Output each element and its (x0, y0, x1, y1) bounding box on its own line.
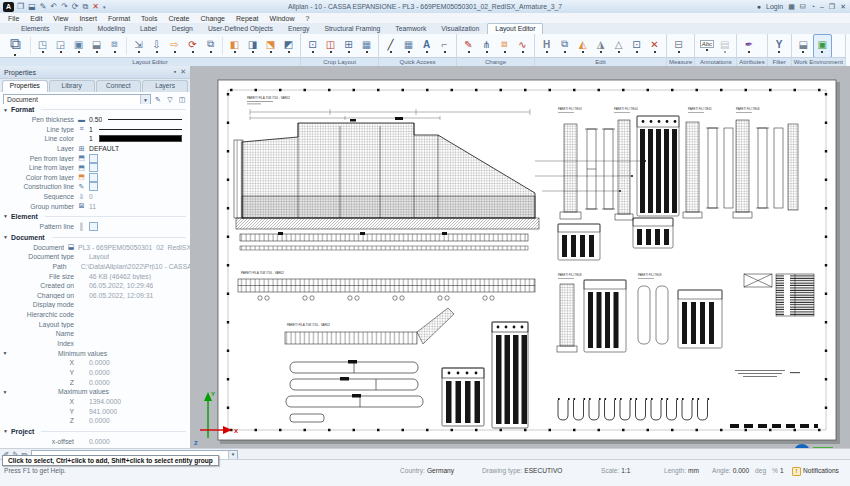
tab-visualization[interactable]: Visualization (434, 24, 486, 34)
collapse-icon[interactable]: ▼ (0, 350, 10, 356)
tab-energy[interactable]: Energy (281, 24, 317, 34)
panel-tab-library[interactable]: Library (49, 80, 95, 92)
rotate-icon[interactable]: ◮ (592, 35, 609, 57)
crop-section-icon[interactable]: ◫ (322, 35, 339, 57)
pen-thickness-value[interactable]: 0.50 (89, 116, 102, 123)
dimension-line-icon[interactable]: ⌐ (436, 35, 453, 57)
refresh-icon[interactable]: ⟳ (72, 2, 79, 12)
match-window-icon[interactable]: ◫ (177, 95, 187, 105)
section-element[interactable]: ▼Element (0, 211, 190, 222)
save-icon[interactable]: ⬓ (28, 2, 36, 12)
collapse-icon[interactable]: ▼ (0, 389, 10, 395)
copy-layout-icon[interactable]: ⧉ (202, 35, 219, 57)
pin-icon[interactable]: ▪ (174, 68, 176, 76)
angle-field[interactable]: Angle:0.000 deg (712, 467, 768, 474)
tab-teamwork[interactable]: Teamwork (388, 24, 433, 34)
pattern-line-checkbox[interactable] (89, 222, 98, 231)
menu-help[interactable]: ? (305, 15, 309, 22)
edit-pen-icon[interactable]: ✎ (460, 35, 477, 57)
hatching-icon[interactable]: ▦ (400, 35, 417, 57)
app-menu-button[interactable]: A (3, 2, 14, 12)
section-project[interactable]: ▼Project (0, 426, 190, 437)
zoom-field[interactable]: %1 (772, 467, 784, 474)
apps-icon[interactable]: ▦ (788, 3, 795, 11)
panel-tab-connect[interactable]: Connect (96, 80, 142, 92)
history-icon[interactable]: ◔ (811, 3, 815, 10)
export-layout-icon[interactable]: ⧈ (106, 35, 123, 57)
redo-icon[interactable]: ↷ (61, 2, 68, 12)
pick-properties-icon[interactable]: ✎ (153, 95, 163, 105)
layout-sheet[interactable]: PARETI FILA 7/08 7/16 - VAR02 (190, 66, 850, 448)
text-icon[interactable]: A (418, 35, 435, 57)
chevron-down-icon[interactable]: ▼ (140, 95, 150, 104)
close-icon[interactable]: ✕ (180, 68, 186, 76)
undo-icon[interactable]: ↶ (50, 2, 57, 12)
line-from-layer-checkbox[interactable] (89, 163, 98, 172)
filter-step-icon[interactable]: ▽ (165, 95, 175, 105)
line-color-swatch[interactable] (99, 135, 182, 142)
menu-window[interactable]: Window (270, 15, 295, 22)
sequence-value[interactable]: 0 (89, 193, 93, 200)
panel-tab-properties[interactable]: Properties (2, 80, 48, 92)
line-color-value[interactable]: 1 (89, 135, 93, 142)
drawing-canvas[interactable]: PARETI FILA 7/08 7/16 - VAR02 (190, 66, 850, 448)
section-document[interactable]: ▼Document (0, 232, 190, 243)
stretch-icon[interactable]: △ (610, 35, 627, 57)
move-icon[interactable]: H (538, 35, 555, 57)
delete-icon[interactable]: ✕ (646, 35, 663, 57)
tab-modeling[interactable]: Modeling (90, 24, 132, 34)
line-type-value[interactable]: 1 (89, 126, 93, 133)
filter-icon[interactable]: Y (771, 35, 788, 57)
length-field[interactable]: Length:mm (664, 467, 699, 474)
line-icon[interactable]: ╱ (382, 35, 399, 57)
menu-tools[interactable]: Tools (141, 15, 157, 22)
subsection-minimum-values[interactable]: ▼ Minimum values (0, 348, 190, 358)
swap-elements-icon[interactable]: ◩ (280, 35, 297, 57)
menu-change[interactable]: Change (200, 15, 225, 22)
restore-button[interactable]: ❐ (829, 3, 835, 11)
copy-icon[interactable]: ⧉ (556, 35, 573, 57)
group-number-value[interactable]: 11 (89, 203, 96, 210)
mirror-icon[interactable]: ◭ (574, 35, 591, 57)
section-format[interactable]: ▼Format (0, 104, 190, 115)
panel-tab-layers[interactable]: Layers (142, 80, 188, 92)
close-button[interactable]: ✕ (840, 3, 846, 11)
tab-structural-framing[interactable]: Structural Framing (317, 24, 387, 34)
edit-properties-icon[interactable]: ⊡ (628, 35, 645, 57)
layout-window-icon[interactable]: ▣ (70, 35, 87, 57)
subsection-maximum-values[interactable]: ▼ Maximum values (0, 387, 190, 397)
display-layout-icon[interactable]: ⬓ (88, 35, 105, 57)
edit-boxes-icon[interactable]: ⧈ (496, 35, 513, 57)
user-icon[interactable]: ● (757, 3, 761, 10)
label-off-icon[interactable]: ▤ (716, 35, 733, 57)
move-layout-icon[interactable]: ⇨ (166, 35, 183, 57)
color-from-layer-checkbox[interactable] (89, 173, 98, 182)
tab-finish[interactable]: Finish (57, 24, 89, 34)
menu-repeat[interactable]: Repeat (236, 15, 259, 22)
align-elements-icon[interactable]: ◧ (226, 35, 243, 57)
update-layout-icon[interactable]: ⇩ (148, 35, 165, 57)
drawing-type-field[interactable]: Drawing type:ESECUTIVO (482, 467, 562, 474)
place-layout-icon[interactable]: ⇲ (130, 35, 147, 57)
menu-format[interactable]: Format (108, 15, 130, 22)
tab-layout-editor[interactable]: Layout Editor (487, 23, 543, 34)
crop-detail-icon[interactable]: ⊞ (340, 35, 357, 57)
construction-line-checkbox[interactable] (89, 182, 98, 191)
assign-attributes-icon[interactable]: ✒ (740, 35, 757, 57)
menu-file[interactable]: File (8, 15, 19, 22)
spline-icon[interactable]: ∿ (514, 35, 531, 57)
window-icon[interactable]: ⧉ (83, 2, 89, 12)
new-layout-icon[interactable]: ◳ (34, 35, 51, 57)
qat-more-icon[interactable]: ▾ (103, 2, 106, 12)
country-field[interactable]: Country:Germany (400, 467, 454, 474)
notifications-button[interactable]: !Notifications (792, 467, 839, 476)
menu-create[interactable]: Create (168, 15, 189, 22)
login-button[interactable]: Login (766, 3, 783, 10)
crop-border-icon[interactable]: ⊡ (304, 35, 321, 57)
edit-icon[interactable]: ✎ (40, 2, 47, 12)
crop-settings-icon[interactable]: ▦ (358, 35, 375, 57)
arrange-bottom-icon[interactable]: ⬔ (262, 35, 279, 57)
cart-icon[interactable]: ⛁ (800, 3, 806, 11)
tab-label[interactable]: Label (133, 24, 164, 34)
open-layout-icon[interactable]: ◲ (52, 35, 69, 57)
